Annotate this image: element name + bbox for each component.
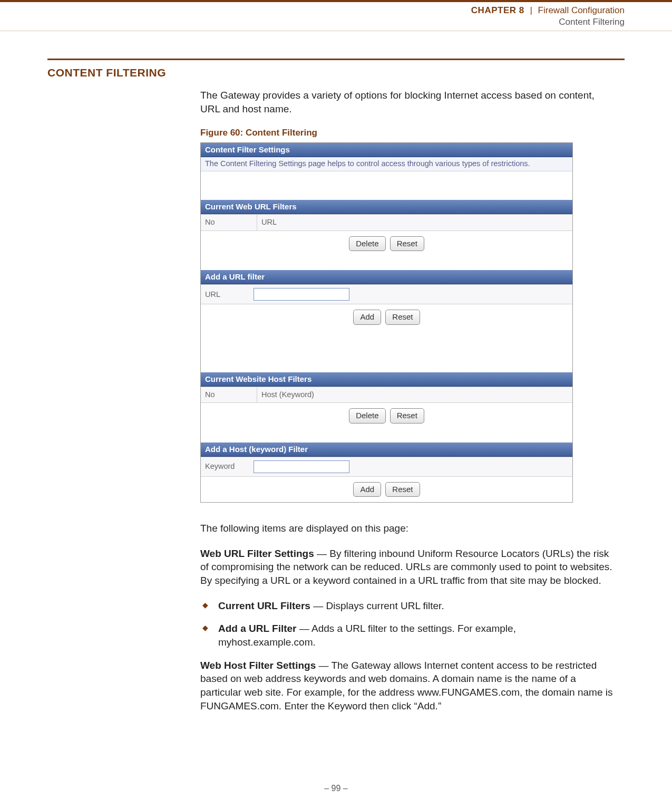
panel-description: The Content Filtering Settings page help… (201, 157, 572, 171)
current-url-filters-text: — Displays current URL filter. (310, 600, 444, 611)
panel-current-url-filters: Current Web URL Filters (201, 200, 572, 214)
figure-caption: Figure 60: Content Filtering (200, 127, 614, 139)
url-input[interactable] (254, 288, 349, 301)
panel-current-host-filters: Current Website Host Filters (201, 372, 572, 387)
breadcrumb: Firewall Configuration (538, 5, 625, 15)
list-item: Current URL Filters — Displays current U… (200, 599, 614, 613)
url-filters-table: No URL (201, 214, 572, 231)
web-host-filter-bold: Web Host Filter Settings (200, 660, 316, 671)
panel-add-host-filter: Add a Host (keyword) Filter (201, 443, 572, 457)
add-button[interactable]: Add (353, 310, 381, 324)
header-subtitle: Content Filtering (0, 17, 625, 27)
web-url-filter-bold: Web URL Filter Settings (200, 548, 314, 559)
separator: | (527, 5, 535, 15)
reset-button[interactable]: Reset (390, 408, 424, 423)
panel-content-filter-settings: Content Filter Settings (201, 143, 572, 157)
reset-button[interactable]: Reset (390, 236, 424, 251)
host-filters-table: No Host (Keyword) (201, 387, 572, 403)
reset-button[interactable]: Reset (385, 310, 420, 324)
section-rule (47, 59, 625, 60)
delete-button[interactable]: Delete (349, 236, 385, 251)
delete-button[interactable]: Delete (349, 408, 385, 423)
section-title: CONTENT FILTERING (47, 66, 672, 79)
chapter-label: CHAPTER 8 (471, 5, 524, 15)
page-header: CHAPTER 8 | Firewall Configuration Conte… (0, 0, 672, 31)
column-no: No (201, 387, 257, 403)
reset-button[interactable]: Reset (385, 482, 420, 497)
panel-add-url-filter: Add a URL filter (201, 270, 572, 284)
add-url-filter-bold: Add a URL Filter (218, 623, 297, 634)
column-host: Host (Keyword) (257, 387, 573, 403)
post-lead: The following items are displayed on thi… (200, 522, 614, 535)
web-url-filter-para: Web URL Filter Settings — By filtering i… (200, 547, 614, 588)
add-button[interactable]: Add (353, 482, 381, 497)
intro-paragraph: The Gateway provides a variety of option… (200, 89, 614, 116)
keyword-label: Keyword (205, 461, 254, 472)
url-label: URL (205, 290, 254, 300)
web-host-filter-para: Web Host Filter Settings — The Gateway a… (200, 659, 614, 713)
column-no: No (201, 215, 257, 231)
figure-screenshot: Content Filter Settings The Content Filt… (200, 142, 573, 503)
list-item: Add a URL Filter — Adds a URL filter to … (200, 622, 614, 649)
keyword-input[interactable] (254, 460, 349, 473)
page-number: – 99 – (0, 784, 672, 793)
column-url: URL (257, 215, 573, 231)
current-url-filters-bold: Current URL Filters (218, 600, 310, 611)
